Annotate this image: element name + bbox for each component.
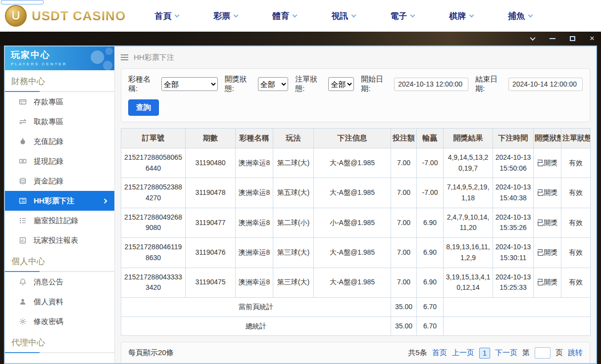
cell-lottery: 澳洲幸运8 [236,178,273,208]
maximize-icon[interactable] [568,35,576,43]
sidebar-item-label: 取款專區 [34,117,63,127]
next-page-link[interactable]: 下一页 [495,348,517,358]
nav-item-home[interactable]: 首頁 [154,10,179,22]
cell-amount: 7.00 [391,208,417,237]
current-page-button[interactable]: 1 [479,348,490,359]
column-header: 開獎結果 [444,129,493,148]
cell-result: 8,19,13,16,11,1,2,9 [444,238,493,268]
cell-bet-info: 大-A盤@1.985 [314,268,391,297]
jump-link[interactable]: 跳转 [568,348,583,358]
chevron-right-icon [102,198,107,203]
cell-win: -7.00 [417,178,444,208]
sidebar-item-label: HH彩票下注 [34,196,74,206]
cell-amount: 7.00 [391,148,417,178]
close-icon[interactable]: × [588,35,596,43]
cell-lottery: 澳洲幸运8 [236,148,273,178]
sidebar-item-label: 存款專區 [34,97,63,107]
sidebar-item-hh-lottery-bets[interactable]: HH彩票下注 [5,191,114,211]
chevron-down-icon [234,13,239,18]
column-header: 開獎狀態 [534,129,561,148]
main-content: HH彩票下注 彩種名稱: 全部 開獎狀態: 全部 注單狀態: 全部 [115,46,596,363]
sidebar-item-withdraw[interactable]: 取款專區 [5,112,114,132]
logo[interactable]: U USDT CASINO [5,5,126,27]
end-date-input[interactable] [508,78,583,91]
cell-bet-info: 大-A盤@1.985 [314,148,391,178]
end-date-label: 結束日期: [475,75,506,93]
chevron-down-icon[interactable] [529,35,537,43]
lottery-select-label: 彩種名稱: [128,75,159,93]
order-status-select-label: 注單狀態: [295,75,326,93]
sidebar-item-funds-records[interactable]: 資金記錄 [5,171,114,191]
draw-status-select[interactable]: 全部 [258,77,289,91]
nav-item-fishing[interactable]: 捕魚 [508,10,532,22]
menu-icon[interactable] [121,54,129,60]
page-summary-empty [444,297,591,317]
sidebar-item-announcements[interactable]: 消息公告 [5,272,114,292]
cell-order-no: 2152172880492689080 [121,208,186,237]
column-header: 注單狀態 [561,129,591,148]
lottery-select[interactable]: 全部 [161,77,218,91]
column-header: 玩法 [273,129,314,148]
breadcrumb-title: HH彩票下注 [134,53,174,62]
nav-item-sports[interactable]: 體育 [272,10,297,22]
nav-item-label: 體育 [272,10,289,22]
cell-result: 4,9,14,5,13,20,19,7 [444,148,493,178]
prev-page-link[interactable]: 上一页 [452,348,474,358]
cell-win: 6.90 [417,208,444,237]
nav-item-label: 視訊 [331,10,348,22]
cell-time: 2024-10-13 15:30:11 [493,238,534,268]
cell-play: 第三球(大) [273,268,314,297]
cell-lottery: 澳洲幸运8 [236,268,273,297]
sidebar-item-player-bet-report[interactable]: 玩家投注報表 [5,230,114,250]
total-summary-empty [444,317,591,336]
jump-suffix-label: 页 [555,348,563,358]
player-center-window: 玩家中心 PLAYERS CENTER 財務中心存款專區取款專區充值記錄提現記錄… [4,46,597,364]
section-divider [5,271,114,272]
cell-amount: 7.00 [391,238,417,268]
cell-order-status: 有效 [561,268,591,297]
sidebar-item-recharge-records[interactable]: 充值記錄 [5,132,114,151]
sidebar-item-hall-bet-records[interactable]: 廳室投註記錄 [5,211,114,230]
window-titlebar: × [0,32,601,46]
column-header: 下注時間 [493,129,534,148]
column-header: 期數 [186,129,236,148]
column-header: 訂單號 [121,129,186,148]
start-date-input[interactable] [394,78,468,91]
cell-lottery: 澳洲幸运8 [236,238,273,268]
filter-row: 彩種名稱: 全部 開獎狀態: 全部 注單狀態: 全部 開始日期: 結束日期: [128,75,583,93]
sidebar-item-label: 充值記錄 [34,137,63,146]
sidebar-item-deposit[interactable]: 存款專區 [5,92,114,112]
sidebar-item-label: 提現記錄 [34,157,63,166]
nav-item-lottery[interactable]: 彩票 [213,10,238,22]
column-header: 彩種名稱 [236,129,273,148]
nav-item-video[interactable]: 視訊 [331,10,355,22]
jump-page-input[interactable] [535,347,551,359]
query-button[interactable]: 查詢 [128,99,159,116]
sidebar-section-header: 個人中心 [5,250,114,272]
column-header: 下注信息 [314,129,391,148]
sidebar-item-change-password[interactable]: 修改密碼 [5,312,114,331]
pagination-bar: 每頁顯示20條 共5条 首页 上一页 1 下一页 第 页 跳转 [121,342,590,363]
section-divider [5,352,114,353]
page-summary-amount: 35.00 [391,297,417,317]
sidebar-item-cashout-records[interactable]: 提現記錄 [5,151,114,171]
chevron-down-icon [293,13,298,18]
first-page-link[interactable]: 首页 [432,348,447,358]
cell-draw-status: 已開獎 [534,208,561,237]
filter-panel: 彩種名稱: 全部 開獎狀態: 全部 注單狀態: 全部 開始日期: 結束日期: [121,68,590,122]
cell-period: 31190475 [186,268,236,297]
minimize-icon[interactable] [549,35,556,43]
table-body: 215217288058065644031190480澳洲幸运8第二球(大)大-… [121,148,591,298]
logo-coin-icon: U [5,5,27,27]
page-summary-win: 6.70 [417,297,444,317]
order-status-select[interactable]: 全部 [328,77,354,91]
cashout-icon [19,157,27,165]
nav-item-label: 棋牌 [449,10,466,22]
page-summary-row: 當前頁統計 35.00 6.70 [121,297,591,317]
cell-bet-info: 大-A盤@1.985 [314,178,391,208]
nav-item-slots[interactable]: 電子 [390,10,414,22]
cell-amount: 7.00 [391,268,417,297]
table-row: 215217288049268908031190477澳洲幸运8第二球(小)小-… [121,208,591,237]
sidebar-item-profile[interactable]: 個人資料 [5,292,114,312]
nav-item-chess[interactable]: 棋牌 [449,10,473,22]
